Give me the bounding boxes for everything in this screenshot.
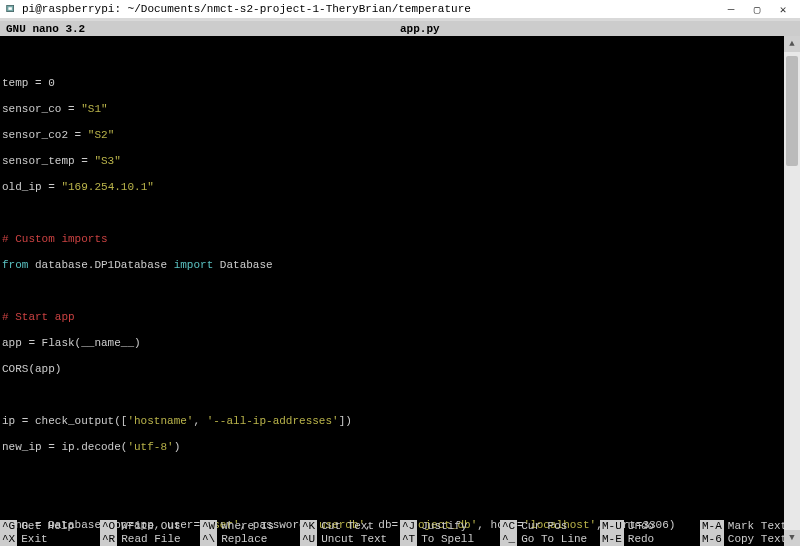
shortcut-uncut-text: ^UUncut Text [300,533,400,546]
svg-rect-1 [8,7,11,10]
shortcut-where-is: ^WWhere Is [200,520,300,533]
code-editor[interactable]: temp = 0 sensor_co = "S1" sensor_co2 = "… [0,36,800,546]
maximize-button[interactable]: ▢ [744,0,770,18]
shortcut-row-2: ^XExit ^RRead File ^\Replace ^UUncut Tex… [0,533,800,546]
shortcut-cur-pos: ^CCur Pos [500,520,600,533]
nano-header: GNU nano 3.2 app.py [0,21,800,36]
code-line: sensor_temp = "S3" [0,155,800,168]
shortcut-exit: ^XExit [0,533,100,546]
code-line: old_ip = "169.254.10.1" [0,181,800,194]
nano-filename: app.py [400,23,800,35]
scroll-up-button[interactable]: ▲ [784,36,800,52]
code-line: ip = check_output(['hostname', '--all-ip… [0,415,800,428]
window-title-bar: pi@raspberrypi: ~/Documents/nmct-s2-proj… [0,0,800,18]
shortcut-read-file: ^RRead File [100,533,200,546]
shortcut-justify: ^JJustify [400,520,500,533]
code-line: # Custom imports [0,233,800,246]
shortcut-row-1: ^GGet Help ^OWrite Out ^WWhere Is ^KCut … [0,520,800,533]
nano-version: GNU nano 3.2 [0,23,400,35]
shortcut-undo: M-UUndo [600,520,700,533]
code-line [0,207,800,220]
code-line: sensor_co2 = "S2" [0,129,800,142]
scroll-down-button[interactable]: ▼ [784,530,800,546]
code-line [0,51,800,64]
code-line [0,285,800,298]
scroll-thumb[interactable] [786,56,798,166]
shortcut-redo: M-ERedo [600,533,700,546]
shortcut-to-spell: ^TTo Spell [400,533,500,546]
code-line [0,493,800,506]
window-buttons: — ▢ ✕ [718,0,796,18]
shortcut-write-out: ^OWrite Out [100,520,200,533]
putty-icon [4,2,18,16]
code-line: sensor_co = "S1" [0,103,800,116]
window-title: pi@raspberrypi: ~/Documents/nmct-s2-proj… [22,3,718,15]
shortcut-cut-text: ^KCut Text [300,520,400,533]
minimize-button[interactable]: — [718,0,744,18]
code-line: # Start app [0,311,800,324]
close-button[interactable]: ✕ [770,0,796,18]
code-line [0,389,800,402]
code-line: from database.DP1Database import Databas… [0,259,800,272]
vertical-scrollbar[interactable]: ▲ ▼ [784,36,800,546]
nano-shortcut-bar: ^GGet Help ^OWrite Out ^WWhere Is ^KCut … [0,520,800,546]
shortcut-go-to-line: ^_Go To Line [500,533,600,546]
code-line: app = Flask(__name__) [0,337,800,350]
code-line: new_ip = ip.decode('utf-8') [0,441,800,454]
shortcut-get-help: ^GGet Help [0,520,100,533]
code-line [0,467,800,480]
code-line: temp = 0 [0,77,800,90]
code-line: CORS(app) [0,363,800,376]
shortcut-replace: ^\Replace [200,533,300,546]
